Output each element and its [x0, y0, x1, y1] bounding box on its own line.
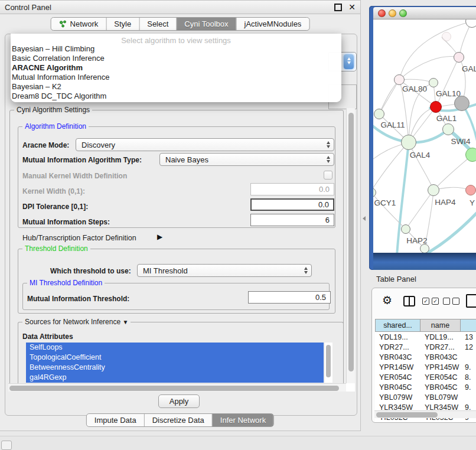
combo-spinner-icon [304, 267, 308, 274]
node-label: GAL80 [402, 84, 427, 93]
cyni-bottom-tabbar: Impute Data Discretize Data Infer Networ… [86, 413, 274, 427]
dpi-tolerance-label: DPI Tolerance [0,1]: [22, 203, 88, 211]
combo-spinner-focused [344, 54, 354, 69]
dropdown-item[interactable]: Bayesian – Hill Climbing [12, 44, 94, 54]
float-window-icon[interactable] [334, 4, 342, 11]
list-item[interactable]: TopologicalCoefficient [26, 353, 324, 363]
node-label: HAP2 [406, 236, 427, 245]
hub-definition-section[interactable]: Hub/Transcription Factor Definition [22, 234, 136, 242]
network-node[interactable] [428, 184, 439, 196]
table-row[interactable]: YBL079W YBL079W [375, 392, 476, 402]
list-item[interactable]: BetweennessCentrality [26, 363, 324, 373]
column-header[interactable]: shared... [375, 319, 420, 332]
column-header[interactable] [461, 319, 476, 332]
dropdown-item[interactable]: Mutual Information Inference [12, 73, 109, 82]
node-label: HAP4 [435, 198, 455, 207]
select-all-columns-icon[interactable] [422, 298, 439, 305]
aracne-mode-label: Aracne Mode: [22, 141, 69, 149]
node-label: GCY1 [374, 198, 396, 207]
close-icon[interactable]: ✕ [348, 3, 356, 11]
status-strip [0, 436, 476, 450]
mi-steps-field[interactable]: 6 [250, 214, 334, 226]
tab-select[interactable]: Select [139, 18, 176, 30]
network-node[interactable] [374, 109, 384, 119]
mi-threshold-title: MI Threshold Definition [27, 279, 105, 287]
list-item[interactable]: gal4RGexp [26, 373, 324, 383]
network-node[interactable] [401, 135, 416, 150]
dropdown-prompt: Select algorithm to view settings [11, 36, 341, 45]
table-row[interactable]: YBR045C YBR045C 9. [375, 382, 476, 392]
network-canvas[interactable]: GAL GAL80 GAL10 GAL1 GAL11 SWI4 GAL4 GCY… [373, 19, 476, 253]
tab-impute-data[interactable]: Impute Data [87, 414, 144, 426]
tab-discretize-data[interactable]: Discretize Data [144, 414, 212, 426]
network-node[interactable] [401, 224, 410, 234]
gear-icon[interactable]: ⚙ [382, 294, 392, 307]
settings-vertical-scrollbar[interactable] [346, 108, 355, 387]
network-node[interactable] [442, 32, 451, 41]
splitpane-collapse-icon[interactable] [363, 216, 366, 221]
table-row[interactable]: YPR145W YPR145W 9. [375, 362, 476, 372]
dropdown-item[interactable]: Bayesian – K2 [12, 82, 61, 92]
attributes-scrollbar[interactable] [325, 343, 332, 383]
algorithm-definition-title: Algorithm Definition [22, 122, 89, 131]
data-attributes-list[interactable]: SelfLoops TopologicalCoefficient Between… [26, 343, 324, 383]
network-node[interactable] [420, 244, 429, 253]
table-horizontal-scrollbar[interactable] [374, 410, 476, 418]
tab-jactivemnodules[interactable]: jActiveMNodules [236, 18, 309, 30]
kernel-width-label: Kernel Width (0,1): [22, 187, 85, 195]
tab-network-label: Network [70, 19, 99, 28]
table-panel-title: Table Panel [376, 275, 416, 283]
table-row[interactable]: YER054C YER054C 8. [375, 372, 476, 382]
zoom-traffic-light-icon[interactable] [399, 9, 407, 17]
node-label: Y [470, 198, 475, 207]
node-table: shared... name YDL19... YDL19... 13 YDR2… [375, 319, 476, 422]
network-node[interactable] [465, 148, 476, 162]
column-header[interactable]: name [420, 319, 461, 332]
which-threshold-combobox[interactable]: MI Threshold [137, 264, 312, 277]
collapse-down-icon[interactable]: ▼ [122, 319, 128, 325]
table-row[interactable]: YDL19... YDL19... 13 [375, 332, 476, 342]
new-table-icon[interactable] [466, 294, 476, 308]
tab-infer-network[interactable]: Infer Network [212, 414, 273, 426]
combo-spinner-icon [327, 156, 330, 163]
close-traffic-light-icon[interactable] [378, 9, 386, 17]
columns-icon[interactable] [403, 296, 415, 306]
network-node-gal1-selected[interactable] [430, 101, 442, 113]
sources-title: Sources for Network Inference ▼ [22, 318, 131, 326]
aracne-mode-combobox[interactable]: Discovery [76, 138, 334, 151]
table-row[interactable]: YDR27... YDR27... 12 [375, 342, 476, 352]
tab-cyni-toolbox[interactable]: Cyni Toolbox [176, 18, 236, 30]
deselect-all-columns-icon[interactable] [443, 298, 459, 305]
control-panel-title: Control Panel [5, 3, 51, 12]
network-node[interactable] [465, 185, 476, 195]
apply-button[interactable]: Apply [158, 394, 200, 408]
manual-kernel-width-checkbox[interactable] [324, 171, 332, 180]
network-node[interactable] [442, 123, 454, 135]
dpi-tolerance-field[interactable]: 0.0 [250, 198, 334, 211]
mi-algorithm-type-combobox[interactable]: Naive Bayes [159, 153, 334, 166]
network-view-window[interactable]: GAL GAL80 GAL10 GAL1 GAL11 SWI4 GAL4 GCY… [369, 6, 476, 270]
network-node[interactable] [454, 52, 464, 63]
control-panel-tabbar: Network Style Select Cyni Toolbox jActiv… [51, 17, 310, 31]
mi-threshold-field[interactable]: 0.5 [248, 291, 331, 304]
network-node[interactable] [429, 78, 438, 87]
dropdown-item[interactable]: Basic Correlation Inference [12, 54, 105, 63]
node-label: GAL10 [436, 89, 461, 98]
table-row[interactable]: YBR043C YBR043C [375, 352, 476, 362]
node-label: GAL11 [380, 120, 405, 129]
kernel-width-field: 0.0 [250, 183, 334, 195]
node-label: SWI4 [451, 137, 470, 146]
settings-horizontal-scrollbar[interactable] [8, 383, 346, 392]
node-label: GAL [462, 64, 476, 73]
network-window-titlebar[interactable] [373, 7, 476, 19]
panel-toggle-button[interactable] [1, 441, 12, 450]
dropdown-item[interactable]: Dream8 DC_TDC Algorithm [12, 92, 106, 101]
minimize-traffic-light-icon[interactable] [389, 9, 396, 17]
dropdown-item-selected[interactable]: ARACNE Algorithm [12, 63, 83, 73]
table-panel-window: ⚙ shared... name YDL19... YDL19... 13 YD… [371, 288, 476, 423]
tab-style[interactable]: Style [106, 18, 139, 30]
tab-network[interactable]: Network [51, 18, 106, 30]
list-item[interactable]: SelfLoops [26, 343, 324, 353]
collapse-right-icon[interactable]: ▶ [157, 233, 162, 241]
network-node[interactable] [394, 74, 405, 85]
